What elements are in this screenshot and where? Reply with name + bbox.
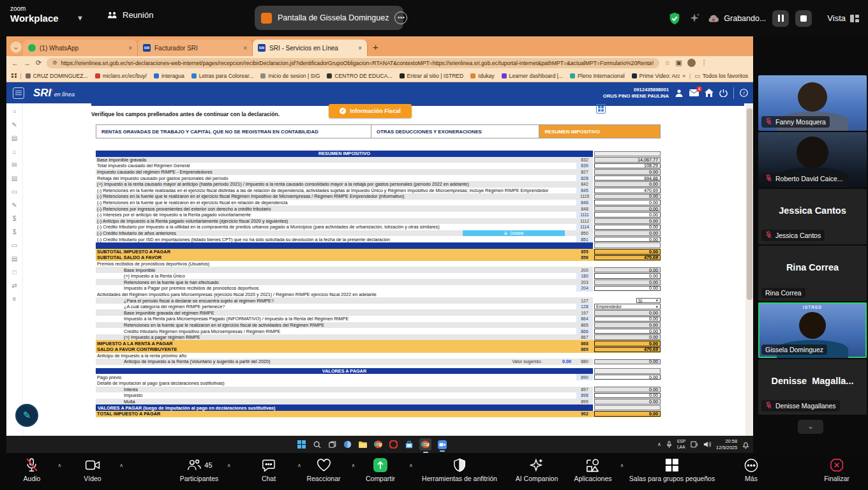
tab-search-icon[interactable]: ⌄ xyxy=(10,41,22,53)
chrome-active-icon[interactable] xyxy=(419,438,431,450)
field-input[interactable]: 0.00 xyxy=(594,206,661,212)
payments-icon[interactable]: $ xyxy=(13,229,17,235)
field-input[interactable]: 0.00 xyxy=(594,316,661,322)
field-input[interactable]: 0.00 xyxy=(594,359,661,365)
bookmark-star-icon[interactable]: ☆ xyxy=(664,59,670,66)
field-select[interactable]: Emprendedor▼ xyxy=(594,304,661,309)
field-input[interactable]: 470.69 xyxy=(594,188,661,193)
field-input[interactable]: 108.29 xyxy=(594,163,661,169)
view-button[interactable]: Vista xyxy=(827,13,859,23)
toolbar-participantes-button[interactable]: 45Participantes∧ xyxy=(180,457,219,482)
field-input[interactable]: 0.00 xyxy=(594,237,661,242)
field-input[interactable]: 0.00 xyxy=(594,200,661,205)
chevron-up-icon[interactable]: ∧ xyxy=(58,463,62,468)
dollar-icon[interactable]: $ xyxy=(13,216,17,222)
field-input[interactable]: 0.00 xyxy=(594,267,661,273)
detalle-button[interactable]: ≣Detalle xyxy=(463,230,565,237)
toolbar-v-deo-button[interactable]: Vídeo∧ xyxy=(84,457,101,482)
address-bar[interactable]: ⚙ https://srienlinea.sri.gob.ec/sri-decl… xyxy=(47,58,659,68)
toolbar-salas-para-grupos-peque-os-button[interactable]: Salas para grupos pequeños xyxy=(629,457,715,482)
field-input[interactable]: 0.00 xyxy=(594,341,661,346)
chevron-up-icon[interactable]: ∧ xyxy=(119,463,123,468)
book-icon[interactable]: □ xyxy=(12,269,16,276)
toolbar-m-s-button[interactable]: Más xyxy=(744,457,759,482)
toolbar-reaccionar-button[interactable]: Reaccionar∧ xyxy=(306,457,340,482)
chevron-up-icon[interactable]: ∧ xyxy=(351,463,355,468)
key-icon[interactable]: ✎ xyxy=(11,122,17,128)
chevron-up-icon[interactable]: ∧ xyxy=(409,463,413,468)
widgets-icon[interactable] xyxy=(343,440,352,449)
field-input[interactable]: 0.00 xyxy=(594,393,661,399)
chart-icon[interactable]: ▤ xyxy=(11,135,17,142)
toolbar-aplicaciones-button[interactable]: Aplicaciones∧ xyxy=(574,457,612,482)
reload-icon[interactable]: ⟳ xyxy=(36,59,41,67)
participant-tile[interactable]: Rina CorreaRina Correa xyxy=(758,246,867,301)
form-icon[interactable]: ▤ xyxy=(11,175,17,182)
bookmark-item[interactable]: interagua xyxy=(154,73,184,79)
bookmark-item[interactable]: Pleno Internacional xyxy=(570,73,625,79)
bank-icon[interactable]: ⌂ xyxy=(12,149,16,155)
search-icon[interactable]: ○ xyxy=(12,108,16,115)
all-favorites-button[interactable]: ▭ Todos los favoritos xyxy=(694,73,748,79)
tray-chevron-icon[interactable]: ∧ xyxy=(657,442,661,447)
toolbar-chat-button[interactable]: Chat∧ xyxy=(262,457,276,482)
report-icon[interactable]: ▤ xyxy=(11,256,17,262)
tray-mic-icon[interactable] xyxy=(666,441,672,449)
participant-tile[interactable]: Roberto David Caice... xyxy=(758,132,867,188)
field-input[interactable]: 0.00 xyxy=(594,225,661,230)
vehicle-icon[interactable]: ⇄ xyxy=(11,283,17,289)
tab-resumen-impositivo[interactable]: RESUMEN IMPOSITIVO xyxy=(539,125,660,138)
bookmark-item[interactable]: Learner dashboard |... xyxy=(502,73,563,79)
browser-tab[interactable]: (1) WhatsApp× xyxy=(23,40,138,56)
bookmark-item[interactable]: miclaro.ec/ec/buy/ xyxy=(95,73,147,79)
store-icon[interactable] xyxy=(404,440,414,449)
back-icon[interactable]: ← xyxy=(11,59,19,67)
field-input[interactable]: 14,067.77 xyxy=(594,157,661,163)
field-input[interactable]: 0.00 xyxy=(594,249,661,255)
annotate-pencil-button[interactable]: ✎ xyxy=(15,404,38,427)
end-meeting-button[interactable]: Finalizar xyxy=(824,457,849,482)
browser-menu-icon[interactable]: ⋮ xyxy=(701,59,708,67)
stop-recording-button[interactable] xyxy=(795,10,812,27)
extensions-icon[interactable]: ▣ xyxy=(675,59,682,67)
taskbar-search-icon[interactable] xyxy=(312,440,322,449)
zoom-app-icon[interactable] xyxy=(437,440,447,449)
tab-close-icon[interactable]: × xyxy=(358,45,362,52)
language-indicator[interactable]: ESP LAA xyxy=(677,439,685,449)
field-input[interactable]: 0.00 xyxy=(594,334,661,340)
windows-start-button[interactable] xyxy=(297,440,306,449)
bookmark-item[interactable]: CRUZ DOMINGUEZ... xyxy=(26,73,88,79)
field-select[interactable]: SI▼ xyxy=(636,298,661,304)
field-input[interactable]: 0.00 xyxy=(594,375,661,380)
panel-scroll-down-button[interactable]: ⌄ xyxy=(798,420,823,434)
tray-device-icon[interactable] xyxy=(691,441,698,448)
menu-hamburger-icon[interactable] xyxy=(13,87,24,99)
file-explorer-icon[interactable] xyxy=(358,440,368,449)
card-icon[interactable]: ▭ xyxy=(11,242,17,249)
opera-icon[interactable] xyxy=(389,440,398,449)
field-input[interactable]: 470.69 xyxy=(594,255,661,261)
bookmark-item[interactable]: Inicio de sesion | SIG xyxy=(260,73,320,79)
ai-sparkle-icon[interactable] xyxy=(688,12,701,25)
chevron-up-icon[interactable]: ∧ xyxy=(297,463,301,468)
bookmark-item[interactable]: Prime Video: Accou... xyxy=(632,73,680,79)
field-input[interactable]: 0.00 xyxy=(594,212,661,218)
notification-bell-icon[interactable] xyxy=(742,441,749,449)
more-options-icon[interactable]: ••• xyxy=(394,11,407,24)
task-view-icon[interactable] xyxy=(327,440,337,449)
toolbar-ai-companion-button[interactable]: AI Companion xyxy=(516,457,558,482)
bookmark-item[interactable]: Letras para Colorear... xyxy=(191,73,254,79)
info-icon[interactable]: i xyxy=(740,89,748,97)
signature-icon[interactable]: ✎ xyxy=(11,202,17,209)
field-input[interactable]: 0.00 xyxy=(594,169,661,175)
doc-icon[interactable]: ▭ xyxy=(11,189,17,195)
field-input[interactable]: 0.00 xyxy=(594,218,661,224)
profile-avatar[interactable] xyxy=(687,59,696,67)
site-settings-icon[interactable]: ⚙ xyxy=(52,60,57,66)
field-input[interactable]: 0.00 xyxy=(594,322,661,328)
field-input[interactable]: 0.00 xyxy=(594,194,661,200)
apps-grid-icon[interactable] xyxy=(11,73,17,78)
informacion-fiscal-button[interactable]: ✓ Información Fiscal xyxy=(329,104,412,118)
chevron-up-icon[interactable]: ∧ xyxy=(620,463,624,468)
bookmark-item[interactable]: Idukay xyxy=(470,73,494,79)
